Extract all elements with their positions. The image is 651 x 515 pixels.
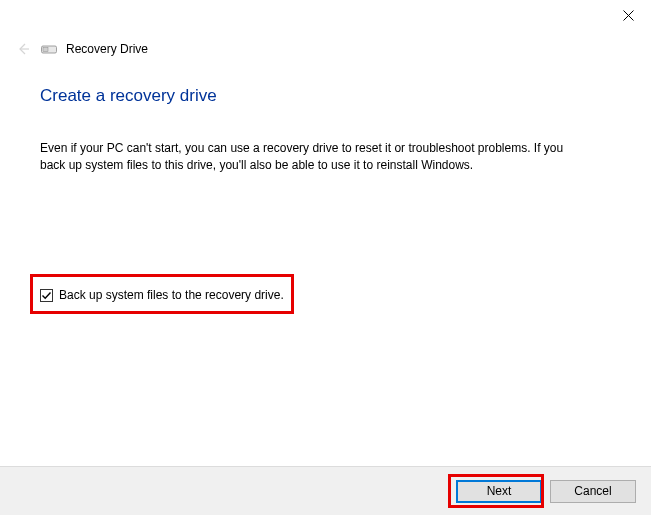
page-heading: Create a recovery drive: [40, 86, 611, 106]
next-button[interactable]: Next: [456, 480, 542, 503]
svg-rect-4: [43, 47, 48, 51]
body-text: Even if your PC can't start, you can use…: [40, 140, 585, 175]
checkbox-indicator: [40, 289, 53, 302]
window-title: Recovery Drive: [66, 42, 148, 56]
backup-checkbox[interactable]: Back up system files to the recovery dri…: [40, 288, 284, 302]
checkbox-label: Back up system files to the recovery dri…: [59, 288, 284, 302]
close-button[interactable]: [606, 0, 651, 30]
back-arrow-icon: [15, 41, 31, 57]
close-icon: [623, 10, 634, 21]
back-button: [14, 40, 32, 58]
recovery-drive-icon: [41, 44, 57, 55]
checkmark-icon: [41, 290, 52, 301]
cancel-button[interactable]: Cancel: [550, 480, 636, 503]
footer: Next Cancel: [0, 466, 651, 515]
